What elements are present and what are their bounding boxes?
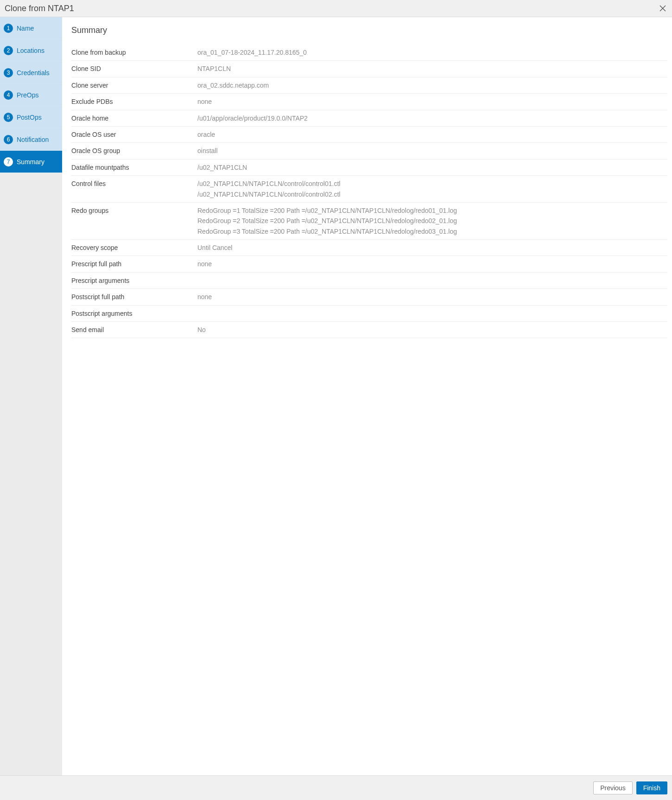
summary-row: Oracle home /u01/app/oracle/product/19.0…	[71, 110, 667, 126]
row-value: NTAP1CLN	[197, 61, 667, 77]
step-label: Name	[17, 25, 34, 32]
previous-button[interactable]: Previous	[593, 781, 632, 794]
summary-row: Oracle OS user oracle	[71, 126, 667, 142]
row-label: Redo groups	[71, 202, 197, 239]
step-number: 6	[4, 135, 13, 144]
wizard-sidebar: 1 Name 2 Locations 3 Credentials 4 PreOp…	[0, 17, 62, 775]
page-title: Summary	[71, 26, 667, 35]
row-value: none	[197, 289, 667, 305]
step-preops[interactable]: 4 PreOps	[0, 84, 62, 106]
step-number: 7	[4, 157, 13, 166]
step-summary[interactable]: 7 Summary	[0, 151, 62, 173]
row-value: RedoGroup =1 TotalSize =200 Path =/u02_N…	[197, 202, 667, 239]
row-value: oinstall	[197, 143, 667, 159]
step-number: 4	[4, 90, 13, 100]
row-value: /u02_NTAP1CLN	[197, 159, 667, 175]
summary-row: Postscript full path none	[71, 289, 667, 305]
row-value	[197, 305, 667, 321]
step-label: PreOps	[17, 91, 38, 99]
close-icon[interactable]	[658, 4, 667, 13]
row-value: ora_01_07-18-2024_11.17.20.8165_0	[197, 45, 667, 61]
row-label: Clone from backup	[71, 45, 197, 61]
summary-row: Clone SID NTAP1CLN	[71, 61, 667, 77]
row-value: oracle	[197, 126, 667, 142]
row-label: Control files	[71, 176, 197, 203]
row-value: /u02_NTAP1CLN/NTAP1CLN/control/control01…	[197, 176, 667, 203]
step-credentials[interactable]: 3 Credentials	[0, 62, 62, 84]
dialog-header: Clone from NTAP1	[0, 0, 672, 17]
row-label: Oracle OS group	[71, 143, 197, 159]
row-value: No	[197, 322, 667, 338]
row-label: Postscript full path	[71, 289, 197, 305]
summary-row: Control files /u02_NTAP1CLN/NTAP1CLN/con…	[71, 176, 667, 203]
summary-row: Clone server ora_02.sddc.netapp.com	[71, 77, 667, 93]
row-label: Clone SID	[71, 61, 197, 77]
summary-row: Recovery scope Until Cancel	[71, 240, 667, 256]
dialog-footer: Previous Finish	[0, 776, 672, 800]
summary-row: Clone from backup ora_01_07-18-2024_11.1…	[71, 45, 667, 61]
row-value: none	[197, 94, 667, 110]
step-label: Credentials	[17, 69, 50, 77]
row-value: ora_02.sddc.netapp.com	[197, 77, 667, 93]
summary-table: Clone from backup ora_01_07-18-2024_11.1…	[71, 45, 667, 338]
dialog-body: 1 Name 2 Locations 3 Credentials 4 PreOp…	[0, 17, 672, 776]
row-label: Oracle OS user	[71, 126, 197, 142]
row-label: Recovery scope	[71, 240, 197, 256]
row-label: Prescript arguments	[71, 272, 197, 288]
row-label: Prescript full path	[71, 256, 197, 272]
row-value: none	[197, 256, 667, 272]
row-value: Until Cancel	[197, 240, 667, 256]
summary-row: Oracle OS group oinstall	[71, 143, 667, 159]
row-label: Send email	[71, 322, 197, 338]
summary-row: Send email No	[71, 322, 667, 338]
summary-row: Postscript arguments	[71, 305, 667, 321]
step-locations[interactable]: 2 Locations	[0, 39, 62, 62]
row-label: Oracle home	[71, 110, 197, 126]
step-number: 5	[4, 113, 13, 122]
dialog-title: Clone from NTAP1	[5, 4, 74, 13]
step-label: Notification	[17, 136, 49, 143]
row-label: Postscript arguments	[71, 305, 197, 321]
step-number: 1	[4, 24, 13, 33]
row-label: Datafile mountpaths	[71, 159, 197, 175]
row-value: /u01/app/oracle/product/19.0.0/NTAP2	[197, 110, 667, 126]
step-label: Summary	[17, 158, 44, 166]
summary-row: Prescript full path none	[71, 256, 667, 272]
summary-row: Prescript arguments	[71, 272, 667, 288]
row-label: Exclude PDBs	[71, 94, 197, 110]
step-number: 2	[4, 46, 13, 55]
step-number: 3	[4, 68, 13, 77]
summary-row: Exclude PDBs none	[71, 94, 667, 110]
step-label: Locations	[17, 47, 44, 54]
row-label: Clone server	[71, 77, 197, 93]
summary-row: Redo groups RedoGroup =1 TotalSize =200 …	[71, 202, 667, 239]
step-name[interactable]: 1 Name	[0, 17, 62, 39]
step-notification[interactable]: 6 Notification	[0, 128, 62, 151]
row-value	[197, 272, 667, 288]
main-panel: Summary Clone from backup ora_01_07-18-2…	[62, 17, 672, 775]
step-postops[interactable]: 5 PostOps	[0, 106, 62, 128]
summary-row: Datafile mountpaths /u02_NTAP1CLN	[71, 159, 667, 175]
finish-button[interactable]: Finish	[636, 781, 667, 794]
step-label: PostOps	[17, 114, 42, 121]
